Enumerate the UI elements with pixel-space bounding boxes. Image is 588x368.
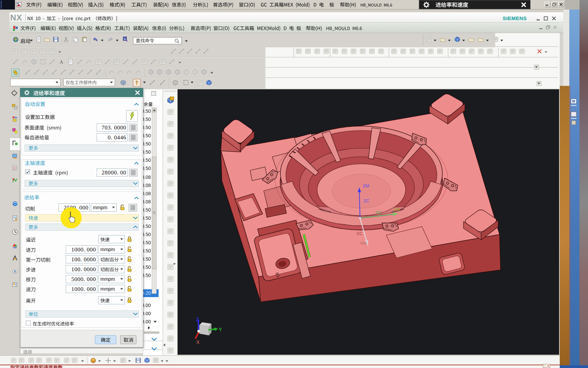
svg-text:YC: YC <box>375 210 381 215</box>
svg-text:Y: Y <box>219 327 222 332</box>
svg-text:W: W <box>572 99 575 103</box>
svg-text:A: A <box>60 59 63 65</box>
svg-text:YM: YM <box>393 207 400 212</box>
svg-text:XC: XC <box>356 231 362 236</box>
svg-text:Z: Z <box>196 317 199 322</box>
svg-text:ZC: ZC <box>363 198 369 203</box>
svg-text:XM: XM <box>360 241 367 246</box>
svg-text:ZM: ZM <box>363 183 369 188</box>
svg-text:a: a <box>124 37 126 41</box>
svg-text:X: X <box>196 339 200 345</box>
